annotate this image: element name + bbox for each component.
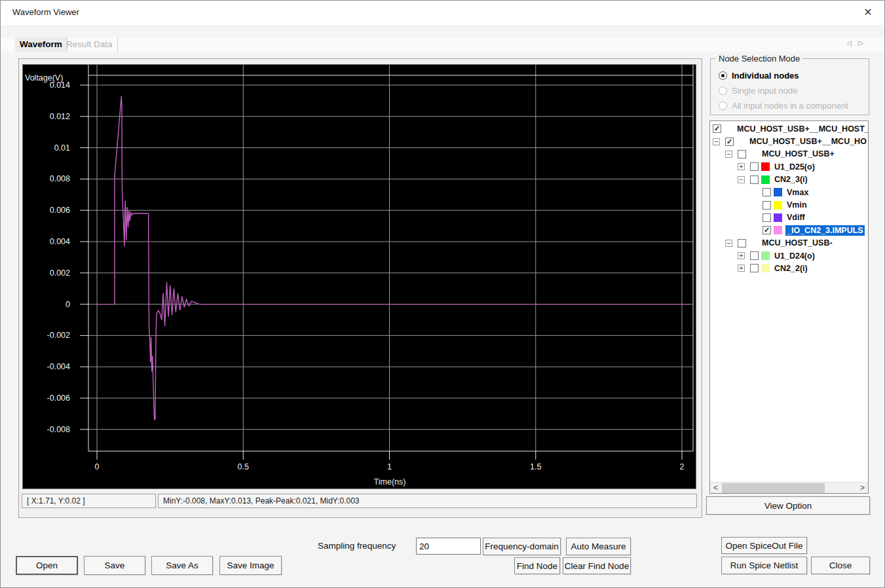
x-tick-label: 0: [95, 462, 100, 471]
expand-icon[interactable]: +: [738, 265, 745, 272]
color-swatch: [774, 201, 782, 210]
scroll-left-icon[interactable]: <: [710, 483, 721, 494]
tree-item--io-cn2-3-impuls[interactable]: ✓_IO_CN2_3.IMPULS: [710, 224, 868, 236]
tree-item-vmax[interactable]: Vmax: [710, 186, 868, 198]
expand-icon[interactable]: +: [738, 252, 745, 259]
tree-item-cn2-2-i-[interactable]: +CN2_2(i): [710, 262, 868, 274]
save-as-button[interactable]: Save As: [151, 556, 213, 575]
tree-item-label[interactable]: U1_D25(o): [773, 162, 816, 172]
tree-item-vdiff[interactable]: Vdiff: [710, 211, 868, 224]
x-axis-title: Time(ns): [374, 477, 406, 487]
tree-item-mcu-host-usb-[interactable]: −MCU_HOST_USB+: [710, 148, 868, 160]
y-tick-label: 0.002: [50, 268, 70, 278]
tree-item-label[interactable]: MCU_HOST_USB+__MCU_HO: [748, 136, 868, 147]
tree-checkbox[interactable]: [750, 162, 759, 171]
tree-checkbox[interactable]: [738, 239, 746, 248]
tab-scroll-left-icon[interactable]: ◁: [847, 39, 859, 46]
radio-circle-icon[interactable]: [719, 71, 727, 80]
tree-checkbox[interactable]: [750, 264, 759, 272]
node-selection-mode-title: Node Selection Mode: [716, 54, 802, 64]
color-swatch: [761, 264, 770, 272]
tree-item-label[interactable]: _IO_CN2_3.IMPULS: [785, 225, 865, 236]
color-swatch: [774, 226, 782, 234]
tree-item-mcu-host-usb-mcu-host-[interactable]: ✓MCU_HOST_USB+__MCU_HOST_: [710, 122, 868, 135]
tree-item-label[interactable]: Vdiff: [785, 212, 806, 223]
tree-checkbox[interactable]: [763, 188, 771, 196]
y-tick-label: 0.008: [50, 174, 70, 183]
view-option-button[interactable]: View Option: [706, 496, 870, 515]
tree-checkbox[interactable]: ✓: [725, 138, 734, 146]
save-button[interactable]: Save: [84, 556, 145, 575]
radio-label: Individual nodes: [732, 71, 799, 81]
tree-item-label[interactable]: CN2_2(i): [773, 263, 809, 274]
swatch-placeholder: [724, 124, 732, 133]
sampling-frequency-label: Sampling frequency: [318, 541, 396, 551]
scrollbar-thumb[interactable]: [722, 483, 825, 493]
tree-checkbox[interactable]: [763, 201, 771, 210]
tree-item-u1-d24-o-[interactable]: +U1_D24(o): [710, 249, 868, 262]
tree-item-label[interactable]: MCU_HOST_USB+: [761, 149, 836, 159]
expand-icon[interactable]: +: [738, 163, 745, 170]
waveform-chart[interactable]: 0.0140.0120.010.0080.0060.0040.0020-0.00…: [23, 65, 696, 488]
collapse-icon[interactable]: −: [725, 240, 732, 247]
tree-item-label[interactable]: U1_D24(o): [773, 251, 816, 261]
tree-checkbox[interactable]: ✓: [763, 226, 771, 234]
radio-individual-nodes[interactable]: Individual nodes: [719, 70, 799, 81]
scroll-right-icon[interactable]: >: [857, 483, 868, 494]
tree-item-cn2-3-i-[interactable]: −CN2_3(i): [710, 174, 868, 186]
open-spiceout-file-button[interactable]: Open SpiceOut File: [721, 537, 807, 554]
frequency-domain-button[interactable]: Frequency-domain: [483, 538, 561, 555]
tab-scroll-arrows: ◁▷: [847, 39, 870, 46]
tab-waveform[interactable]: Waveform: [15, 37, 67, 52]
tab-result-data[interactable]: Result Data: [62, 37, 118, 52]
tab-scroll-right-icon[interactable]: ▷: [858, 39, 870, 46]
tree-item-mcu-host-usb-[interactable]: −MCU_HOST_USB-: [710, 237, 868, 249]
collapse-icon[interactable]: −: [725, 151, 732, 158]
open-button[interactable]: Open: [16, 556, 78, 575]
tree-item-label[interactable]: Vmin: [785, 200, 808, 210]
tree-checkbox[interactable]: [738, 150, 746, 158]
tree-checkbox[interactable]: [763, 213, 771, 222]
tree-item-label[interactable]: MCU_HOST_USB-: [761, 238, 834, 248]
radio-single-input-node: Single input node: [719, 85, 797, 96]
tree-checkbox[interactable]: ✓: [713, 124, 721, 133]
x-tick-label: 0.5: [238, 462, 249, 471]
find-node-button[interactable]: Find Node: [514, 557, 560, 574]
tree-item-label[interactable]: CN2_3(i): [773, 174, 809, 185]
sampling-frequency-input[interactable]: [416, 538, 481, 555]
y-tick-label: 0.004: [50, 237, 70, 246]
tree-checkbox[interactable]: [750, 175, 759, 184]
y-tick-label: -0.008: [47, 425, 70, 434]
y-tick-label: -0.006: [47, 394, 70, 403]
save-image-button[interactable]: Save Image: [219, 556, 282, 575]
y-tick-label: 0.012: [50, 112, 70, 121]
waveform-plot[interactable]: 0.0140.0120.010.0080.0060.0040.0020-0.00…: [22, 64, 696, 489]
y-tick-label: 0: [66, 300, 70, 309]
tab-bar: Waveform Result Data ◁▷: [1, 37, 884, 52]
radio-all-input-nodes-in-a-component: All input nodes in a component: [719, 100, 848, 111]
tree-item-u1-d25-o-[interactable]: +U1_D25(o): [710, 160, 868, 173]
run-spice-netlist-button[interactable]: Run Spice Netlist: [721, 557, 807, 574]
tree-item-vmin[interactable]: Vmin: [710, 198, 868, 211]
y-tick-label: 0.006: [50, 206, 70, 215]
tree-item-label[interactable]: Vmax: [785, 187, 810, 198]
radio-circle-icon: [719, 101, 727, 110]
x-tick-label: 1.5: [530, 462, 541, 471]
tree-item-label[interactable]: MCU_HOST_USB+__MCU_HOST_: [736, 124, 869, 134]
node-selection-mode-group: Node Selection Mode Individual nodesSing…: [710, 58, 869, 115]
tree-horizontal-scrollbar[interactable]: < >: [710, 482, 868, 493]
measurement-status: MinY:-0.008, MaxY:0.013, Peak-Peak:0.021…: [158, 494, 697, 508]
clear-find-node-button[interactable]: Clear Find Node: [563, 557, 631, 574]
tree-checkbox[interactable]: [750, 251, 759, 260]
collapse-icon[interactable]: −: [713, 138, 720, 145]
color-swatch: [761, 175, 770, 184]
auto-measure-button[interactable]: Auto Measure: [566, 538, 631, 555]
radio-label: All input nodes in a component: [732, 101, 848, 111]
collapse-icon[interactable]: −: [738, 176, 745, 183]
node-tree-rows: ✓MCU_HOST_USB+__MCU_HOST_−✓MCU_HOST_USB+…: [710, 121, 868, 275]
close-button[interactable]: Close: [811, 557, 870, 574]
tree-item-mcu-host-usb-mcu-ho[interactable]: −✓MCU_HOST_USB+__MCU_HO: [710, 135, 868, 147]
color-swatch: [761, 162, 770, 171]
x-tick-label: 1: [387, 462, 392, 471]
close-icon[interactable]: ✕: [861, 6, 875, 18]
